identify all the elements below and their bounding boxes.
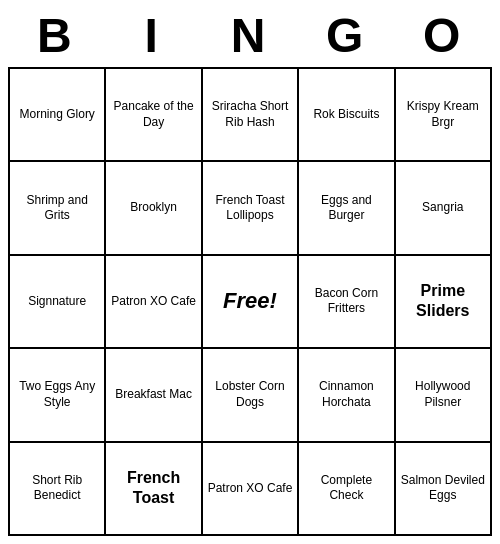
bingo-cell-11: Patron XO Cafe [106,256,202,349]
bingo-cell-24: Salmon Deviled Eggs [396,443,492,536]
bingo-cell-18: Cinnamon Horchata [299,349,395,442]
title-i: I [105,8,202,63]
bingo-cell-20: Short Rib Benedict [10,443,106,536]
bingo-grid: Morning GloryPancake of the DaySriracha … [8,67,492,536]
bingo-cell-22: Patron XO Cafe [203,443,299,536]
bingo-cell-3: Rok Biscuits [299,69,395,162]
bingo-cell-9: Sangria [396,162,492,255]
title-b: B [8,8,105,63]
title-n: N [202,8,299,63]
bingo-cell-6: Brooklyn [106,162,202,255]
title-o: O [395,8,492,63]
bingo-cell-19: Hollywood Pilsner [396,349,492,442]
bingo-cell-15: Two Eggs Any Style [10,349,106,442]
bingo-cell-5: Shrimp and Grits [10,162,106,255]
bingo-cell-14: Prime Sliders [396,256,492,349]
title-g: G [298,8,395,63]
bingo-cell-4: Krispy Kream Brgr [396,69,492,162]
bingo-cell-16: Breakfast Mac [106,349,202,442]
bingo-cell-13: Bacon Corn Fritters [299,256,395,349]
bingo-cell-8: Eggs and Burger [299,162,395,255]
bingo-cell-0: Morning Glory [10,69,106,162]
bingo-cell-7: French Toast Lollipops [203,162,299,255]
bingo-cell-21: French Toast [106,443,202,536]
bingo-cell-17: Lobster Corn Dogs [203,349,299,442]
bingo-cell-2: Sriracha Short Rib Hash [203,69,299,162]
bingo-cell-1: Pancake of the Day [106,69,202,162]
bingo-cell-10: Signnature [10,256,106,349]
bingo-cell-12: Free! [203,256,299,349]
bingo-cell-23: Complete Check [299,443,395,536]
bingo-title: B I N G O [8,8,492,63]
